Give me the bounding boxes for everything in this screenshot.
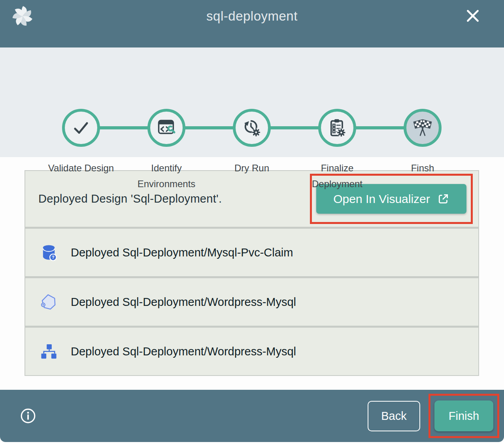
database-icon: ? [40, 243, 58, 262]
svg-text:?: ? [52, 255, 55, 260]
modal-title: sql-deployment [0, 0, 504, 24]
result-row-text: Deployed Sql-Deployment/Wordpress-Mysql [71, 296, 296, 309]
step-label: Dry Run [234, 160, 269, 176]
close-button[interactable] [464, 7, 482, 25]
wizard-stepper: Validate Design Identify Environments [0, 47, 504, 157]
code-wrench-icon [147, 109, 185, 147]
open-in-visualizer-label: Open In Visualizer [333, 192, 430, 206]
modal-footer: Back Finish [0, 390, 504, 442]
step-dry-run: Dry Run [209, 109, 294, 192]
back-button[interactable]: Back [368, 401, 420, 431]
result-row-wordpress-mysql-pod: Deployed Sql-Deployment/Wordpress-Mysql [25, 278, 478, 326]
step-finish: Finsh [380, 109, 465, 192]
step-validate-design: Validate Design [38, 109, 124, 192]
checkered-flags-icon [404, 109, 442, 147]
step-label: Validate Design [48, 160, 114, 176]
info-icon [20, 408, 37, 424]
step-identify-environments: Identify Environments [124, 109, 209, 192]
info-button[interactable] [20, 407, 37, 425]
finish-button[interactable]: Finish [434, 400, 493, 431]
pod-icon [40, 293, 58, 311]
deployment-wizard-modal: sql-deployment Validate Design [0, 0, 504, 442]
step-label: Finalize Deployment [303, 160, 371, 192]
result-row-text: Deployed Sql-Deployment/Mysql-Pvc-Claim [71, 246, 293, 259]
clipboard-gear-icon [318, 109, 356, 147]
result-row-mysql-pvc-claim: ? Deployed Sql-Deployment/Mysql-Pvc-Clai… [25, 229, 478, 276]
meshery-logo-icon [11, 4, 34, 28]
step-label: Finsh [411, 160, 434, 176]
results-panel: Deployed Design 'Sql-Deployment'. Open I… [25, 170, 479, 376]
annotation-highlight-finish: Finish [428, 394, 499, 438]
modal-header: sql-deployment [0, 0, 504, 47]
step-finalize-deployment: Finalize Deployment [294, 109, 380, 192]
results-content: Deployed Design 'Sql-Deployment'. Open I… [0, 157, 504, 390]
close-icon [464, 19, 481, 25]
result-row-wordpress-mysql-service: Deployed Sql-Deployment/Wordpress-Mysql [25, 328, 478, 375]
check-icon [62, 109, 100, 147]
deployed-design-message: Deployed Design 'Sql-Deployment'. [38, 192, 310, 205]
sitemap-icon [40, 342, 58, 361]
history-gear-icon [233, 109, 271, 147]
external-link-icon [437, 193, 449, 205]
result-row-text: Deployed Sql-Deployment/Wordpress-Mysql [71, 345, 296, 358]
step-label: Identify Environments [132, 160, 200, 192]
